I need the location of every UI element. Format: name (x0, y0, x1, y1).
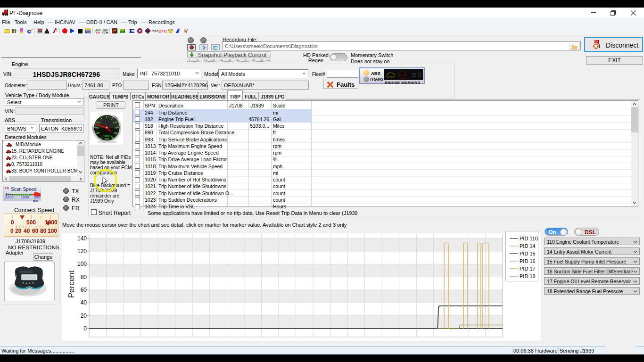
svg-text:100: 100 (266, 59, 270, 61)
svg-text:20: 20 (205, 59, 207, 61)
svg-text:TRIP: TRIP (103, 134, 111, 138)
svg-text:BRP: BRP (86, 31, 91, 33)
svg-text:30: 30 (96, 127, 99, 129)
svg-text:70: 70 (245, 59, 247, 61)
svg-text:RPM: RPM (105, 138, 109, 140)
svg-text:100: 100 (113, 132, 117, 134)
svg-text:40: 40 (221, 59, 223, 61)
svg-text:50: 50 (229, 59, 231, 61)
svg-text:933: 933 (96, 31, 100, 34)
svg-text:STOP: STOP (400, 74, 406, 76)
svg-text:90: 90 (261, 59, 263, 61)
svg-text:1000: 1000 (45, 219, 58, 226)
svg-text:10: 10 (197, 59, 199, 61)
svg-text:TPM: TPM (168, 28, 173, 31)
svg-text:40: 40 (24, 228, 30, 234)
svg-text:60: 60 (32, 228, 39, 234)
svg-text:30: 30 (213, 59, 215, 61)
svg-text:80: 80 (253, 59, 255, 61)
svg-text:80: 80 (40, 228, 47, 234)
svg-text:60: 60 (237, 59, 239, 61)
svg-text:0: 0 (10, 228, 14, 234)
svg-text:100: 100 (48, 228, 57, 234)
svg-text:120: 120 (110, 137, 114, 140)
svg-text:0: 0 (11, 219, 14, 226)
svg-text:40: 40 (98, 122, 101, 124)
svg-text:ECM: ECM (102, 31, 108, 34)
svg-text:90: 90 (115, 127, 117, 129)
svg-text:0: 0 (189, 59, 190, 61)
svg-text:20: 20 (15, 228, 22, 234)
svg-text:10: 10 (100, 137, 103, 140)
svg-text:80: 80 (113, 122, 116, 124)
svg-text:20: 20 (97, 132, 100, 134)
svg-text:DPF: DPF (120, 29, 124, 32)
svg-text:500: 500 (26, 219, 36, 226)
svg-text:DTC: DTC (158, 29, 167, 33)
